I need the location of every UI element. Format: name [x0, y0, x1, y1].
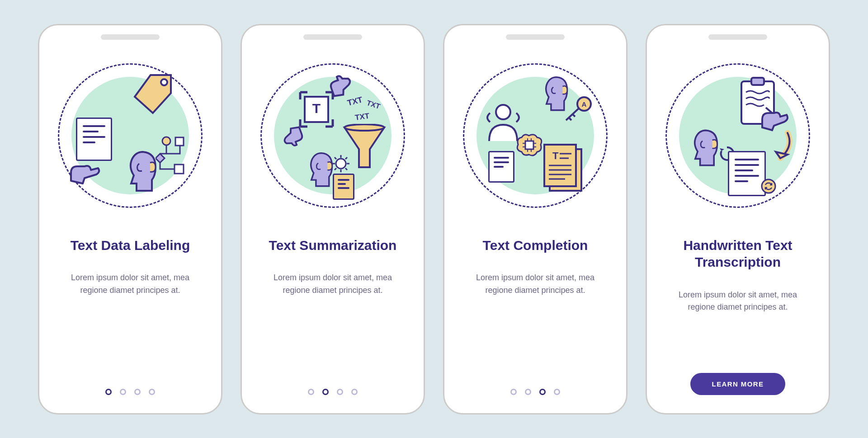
svg-point-0: [161, 79, 167, 85]
onboarding-card-3: A T Text Completion Lorem ips: [443, 24, 627, 414]
brain-chip-icon: [515, 132, 543, 158]
dot-1[interactable]: [308, 389, 314, 395]
dot-4[interactable]: [351, 389, 358, 395]
ai-head-icon: [303, 151, 334, 189]
svg-text:TXT: TXT: [354, 111, 370, 122]
onboarding-card-2: T TXT TXT TXT: [241, 24, 425, 414]
handwritten-transcription-icon: [665, 63, 810, 208]
svg-rect-3: [175, 165, 184, 174]
text-data-labeling-icon: [58, 63, 203, 208]
card-description: Lorem ipsum dolor sit amet, mea regione …: [660, 289, 815, 314]
card-title: Text Data Labeling: [65, 237, 196, 254]
card-title: Text Completion: [477, 237, 594, 254]
card-description: Lorem ipsum dolor sit amet, mea regione …: [255, 272, 410, 297]
sync-icon: [760, 178, 777, 194]
svg-point-9: [344, 124, 384, 131]
dot-2[interactable]: [322, 389, 329, 395]
svg-point-20: [762, 179, 775, 193]
pagination-dots: [510, 389, 560, 395]
onboarding-card-4: Handwritten Text Transcription Lorem ips…: [646, 24, 830, 414]
pagination-dots: [308, 389, 358, 395]
card-title: Handwritten Text Transcription: [660, 237, 815, 271]
ai-head-icon: [686, 128, 719, 169]
arrow-curve-icon: [767, 130, 794, 166]
dot-4[interactable]: [554, 389, 560, 395]
ai-head-icon: [121, 149, 157, 194]
text-summarization-icon: T TXT TXT TXT: [260, 63, 405, 208]
dot-3[interactable]: [539, 389, 546, 395]
svg-text:TXT: TXT: [366, 99, 381, 110]
dot-3[interactable]: [134, 389, 141, 395]
svg-point-13: [496, 105, 510, 119]
dot-2[interactable]: [120, 389, 126, 395]
text-document-icon: T: [542, 142, 585, 194]
card-title: Text Summarization: [264, 237, 402, 254]
svg-point-1: [162, 137, 170, 145]
hand-icon: [69, 158, 101, 185]
flowchart-icon: [156, 136, 187, 181]
key-icon: A: [562, 95, 594, 122]
dot-1[interactable]: [510, 389, 517, 395]
dot-4[interactable]: [149, 389, 155, 395]
svg-rect-14: [525, 141, 533, 149]
svg-text:T: T: [312, 101, 321, 116]
svg-text:T: T: [552, 150, 559, 161]
onboarding-card-1: Text Data Labeling Lorem ipsum dolor sit…: [38, 24, 222, 414]
txt-scatter-icon: TXT TXT TXT: [344, 95, 385, 127]
svg-rect-2: [175, 137, 184, 146]
pagination-dots: [105, 389, 155, 395]
gear-icon: [331, 154, 351, 174]
card-description: Lorem ipsum dolor sit amet, mea regione …: [458, 272, 613, 297]
hand-writing-icon: [759, 107, 789, 132]
svg-point-10: [336, 159, 346, 169]
price-tag-icon: [126, 72, 175, 118]
text-completion-icon: A T: [463, 63, 608, 208]
card-description: Lorem ipsum dolor sit amet, mea regione …: [53, 272, 208, 297]
dot-1[interactable]: [105, 389, 112, 395]
dot-2[interactable]: [525, 389, 531, 395]
dot-3[interactable]: [337, 389, 343, 395]
svg-text:TXT: TXT: [346, 95, 363, 108]
svg-rect-19: [751, 78, 764, 85]
svg-text:A: A: [582, 100, 587, 108]
learn-more-button[interactable]: LEARN MORE: [690, 373, 786, 395]
